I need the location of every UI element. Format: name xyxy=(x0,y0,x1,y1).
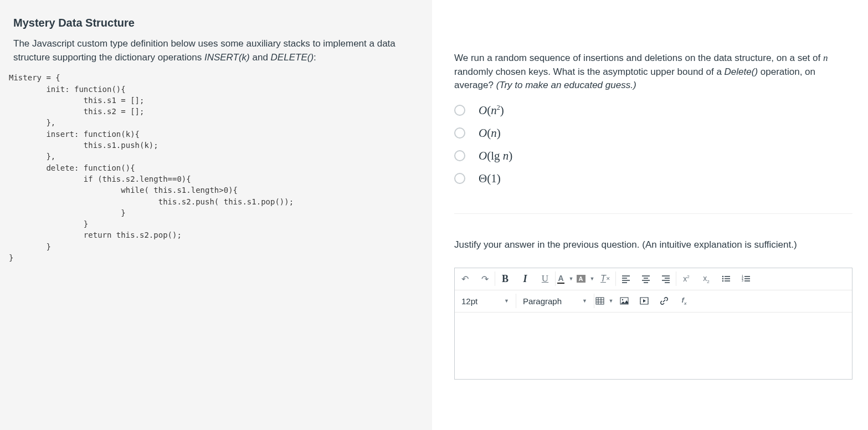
question-2: Justify your answer in the previous ques… xyxy=(454,213,852,380)
subscript-button[interactable]: x2 xyxy=(696,268,716,290)
number-list-icon: 123 xyxy=(742,274,751,283)
underline-icon: U xyxy=(542,273,548,284)
subscript-icon: x2 xyxy=(703,274,709,284)
q1-prompt: We run a random sequence of insertions a… xyxy=(454,52,852,93)
bold-button[interactable]: B xyxy=(495,268,515,290)
bg-color-icon: A xyxy=(577,275,585,283)
rich-text-editor: ↶ ↷ B I U A▼ A▼ T✕ x2 x2 123 xyxy=(454,268,852,380)
bullet-list-icon xyxy=(722,274,731,283)
font-size-select[interactable]: 12pt▼ xyxy=(455,290,516,312)
clear-format-icon: T xyxy=(600,274,606,284)
intro-text: The Javascript custom type definition be… xyxy=(13,37,419,64)
option-label: O(lg n) xyxy=(479,149,512,163)
option-o-n[interactable]: O(n) xyxy=(454,123,852,144)
option-label: O(n2) xyxy=(479,104,504,117)
toolbar-row-2: 12pt▼ Paragraph▼ ▼ fx xyxy=(455,290,852,313)
option-o-lgn[interactable]: O(lg n) xyxy=(454,146,852,166)
svg-rect-6 xyxy=(596,298,604,304)
align-center-button[interactable] xyxy=(636,268,656,290)
font-size-label: 12pt xyxy=(461,296,477,306)
option-theta-1[interactable]: Θ(1) xyxy=(454,168,852,189)
align-left-icon xyxy=(622,274,630,283)
clear-format-button[interactable]: T✕ xyxy=(595,268,615,290)
superscript-button[interactable]: x2 xyxy=(676,268,696,290)
superscript-icon: x2 xyxy=(683,274,689,283)
table-button[interactable]: ▼ xyxy=(594,290,614,312)
code-block: Mistery = { init: function(){ this.s1 = … xyxy=(9,72,419,263)
radio-icon xyxy=(454,105,465,116)
link-icon xyxy=(660,296,669,305)
page-title: Mystery Data Structure xyxy=(13,17,419,29)
image-button[interactable] xyxy=(614,290,634,312)
right-pane: We run a random sequence of insertions a… xyxy=(432,0,868,430)
editor-textarea[interactable] xyxy=(455,313,852,379)
question-1: We run a random sequence of insertions a… xyxy=(454,38,852,189)
option-label: O(n) xyxy=(479,126,501,140)
undo-button[interactable]: ↶ xyxy=(455,268,475,290)
svg-point-1 xyxy=(722,278,723,279)
svg-text:3: 3 xyxy=(742,279,743,282)
option-label: Θ(1) xyxy=(479,172,501,186)
redo-button[interactable]: ↷ xyxy=(475,268,495,290)
align-right-button[interactable] xyxy=(656,268,676,290)
italic-button[interactable]: I xyxy=(515,268,535,290)
q1-options: O(n2) O(n) O(lg n) Θ(1) xyxy=(454,100,852,189)
fx-icon: fx xyxy=(682,296,687,306)
text-color-button[interactable]: A▼ xyxy=(556,268,576,290)
radio-icon xyxy=(454,127,465,139)
svg-point-0 xyxy=(722,276,723,277)
format-label: Paragraph xyxy=(523,296,562,306)
italic-icon: I xyxy=(523,273,527,285)
chevron-down-icon: ▼ xyxy=(504,298,509,304)
radio-icon xyxy=(454,173,465,184)
chevron-down-icon: ▼ xyxy=(582,298,587,304)
media-icon xyxy=(640,296,649,305)
number-list-button[interactable]: 123 xyxy=(736,268,756,290)
text-color-icon: A xyxy=(557,274,564,284)
q2-prompt: Justify your answer in the previous ques… xyxy=(454,238,852,252)
bg-color-button[interactable]: A▼ xyxy=(576,268,595,290)
bold-icon: B xyxy=(502,273,509,285)
image-icon xyxy=(620,296,629,305)
bullet-list-button[interactable] xyxy=(716,268,736,290)
chevron-down-icon: ▼ xyxy=(590,276,595,281)
option-o-n2[interactable]: O(n2) xyxy=(454,100,852,121)
media-button[interactable] xyxy=(634,290,654,312)
align-center-icon xyxy=(641,274,650,283)
radio-icon xyxy=(454,150,465,161)
underline-button[interactable]: U xyxy=(535,268,555,290)
chevron-down-icon: ▼ xyxy=(609,298,614,304)
table-icon xyxy=(595,296,604,305)
undo-icon: ↶ xyxy=(461,274,469,284)
align-left-button[interactable] xyxy=(616,268,636,290)
left-pane: Mystery Data Structure The Javascript cu… xyxy=(0,0,432,430)
toolbar-row-1: ↶ ↷ B I U A▼ A▼ T✕ x2 x2 123 xyxy=(455,268,852,290)
format-select[interactable]: Paragraph▼ xyxy=(516,290,594,312)
equation-button[interactable]: fx xyxy=(674,290,694,312)
redo-icon: ↷ xyxy=(481,274,489,284)
align-right-icon xyxy=(661,274,670,283)
chevron-down-icon: ▼ xyxy=(569,276,574,281)
link-button[interactable] xyxy=(654,290,674,312)
svg-point-8 xyxy=(622,299,623,300)
svg-point-2 xyxy=(722,280,723,281)
